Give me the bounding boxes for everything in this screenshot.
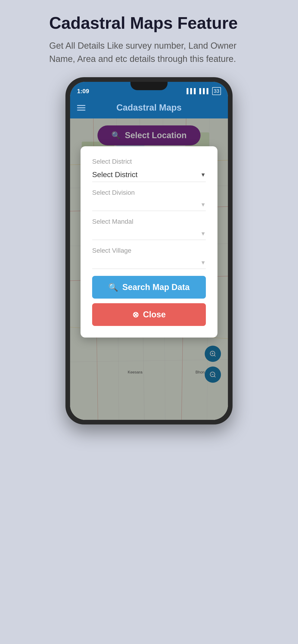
search-map-label: Search Map Data <box>122 282 190 292</box>
division-label: Select Division <box>92 189 206 196</box>
status-icons: ▌▌▌ ▌▌▌ 33 <box>187 87 221 95</box>
division-dropdown-icon: ▼ <box>200 202 206 208</box>
close-circle-icon: ⊗ <box>132 310 139 319</box>
village-select[interactable]: ▼ <box>92 257 206 269</box>
close-label: Close <box>143 310 166 320</box>
signal-icon: ▌▌▌ <box>187 88 197 94</box>
phone-frame: 1:09 ▌▌▌ ▌▌▌ 33 Cadastral Maps <box>66 77 232 424</box>
map-area: Dubbak Medchal- Malkajgiri District Kees… <box>70 118 228 420</box>
phone-notch <box>130 82 168 90</box>
search-map-button[interactable]: 🔍 Search Map Data <box>92 276 206 298</box>
hamburger-menu-icon[interactable] <box>77 105 85 110</box>
app-header: Cadastral Maps <box>70 98 228 118</box>
status-time: 1:09 <box>77 88 89 95</box>
page-header: Cadastral Maps Feature Get All Details L… <box>45 14 253 66</box>
village-dropdown-icon: ▼ <box>200 260 206 266</box>
modal-card: Select District Select District ▼ Select… <box>81 146 217 338</box>
close-button[interactable]: ⊗ Close <box>92 303 206 326</box>
district-dropdown-icon: ▼ <box>200 172 206 178</box>
village-label: Select Village <box>92 247 206 254</box>
division-select[interactable]: ▼ <box>92 199 206 211</box>
district-value: Select District <box>92 170 138 179</box>
mandal-label: Select Mandal <box>92 218 206 225</box>
district-label: Select District <box>92 158 206 165</box>
page-subtitle: Get All Details Like survey number, Land… <box>49 39 249 66</box>
mandal-dropdown-icon: ▼ <box>200 230 206 237</box>
wifi-icon: ▌▌▌ <box>199 88 210 94</box>
modal-overlay: Select District Select District ▼ Select… <box>70 118 228 420</box>
mandal-select[interactable]: ▼ <box>92 228 206 240</box>
app-title: Cadastral Maps <box>117 103 182 113</box>
page-title: Cadastral Maps Feature <box>49 14 249 32</box>
phone-screen: 1:09 ▌▌▌ ▌▌▌ 33 Cadastral Maps <box>70 82 228 420</box>
district-select[interactable]: Select District ▼ <box>92 168 206 182</box>
battery-icon: 33 <box>212 87 221 95</box>
search-map-icon: 🔍 <box>108 282 118 292</box>
